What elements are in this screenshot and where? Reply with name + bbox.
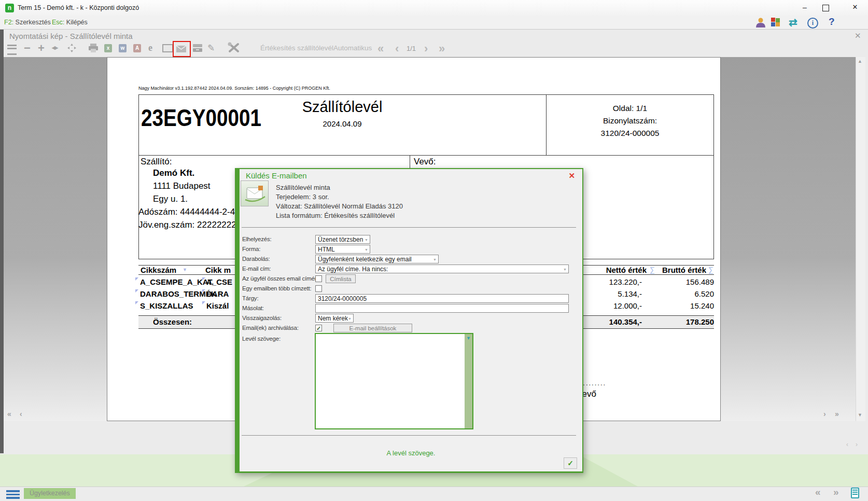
dialog-close-icon[interactable]: ✕ xyxy=(568,171,575,180)
doc-number: 3120/24-000005 xyxy=(546,129,714,138)
drilldown-marker[interactable] xyxy=(135,301,138,304)
scroll-right-last-icon[interactable]: » xyxy=(835,410,839,418)
minimize-button[interactable]: – xyxy=(796,0,813,16)
page-first-button[interactable]: « xyxy=(377,42,384,55)
scroll-down-icon[interactable]: ▼ xyxy=(858,412,862,418)
page-prev-button[interactable]: ‹ xyxy=(395,42,399,55)
format-label: Forma: xyxy=(242,244,260,254)
confirmation-select[interactable]: Nem kérek▼ xyxy=(315,314,354,323)
modules-grid-icon[interactable] xyxy=(771,18,781,27)
status-last-icon[interactable]: » xyxy=(833,486,839,498)
drilldown-marker[interactable] xyxy=(135,289,138,293)
app-icon: n xyxy=(5,4,14,12)
status-first-icon[interactable]: « xyxy=(815,486,821,498)
confirmation-label: Visszaigazolás: xyxy=(242,313,282,323)
export-word-icon[interactable]: w xyxy=(119,44,127,52)
placement-select[interactable]: Üzenet törzsben▼ xyxy=(315,235,370,244)
filter-icon[interactable]: ▼ xyxy=(183,267,187,272)
menu-bar xyxy=(0,16,868,30)
archive-label: Email(ek) archiválása: xyxy=(242,323,299,333)
subject-label: Tárgy: xyxy=(242,294,258,303)
email-dialog: Küldés E-mailben ✕ Szállítólevél minta T… xyxy=(235,168,583,473)
maximize-button[interactable] xyxy=(822,5,829,11)
send-screen-icon[interactable] xyxy=(162,44,173,52)
export-html-icon[interactable]: e xyxy=(148,43,152,53)
fit-width-icon[interactable]: ◂▸ xyxy=(52,44,58,51)
supplier-label: Szállító: xyxy=(141,157,172,167)
body-textarea-scrollstrip[interactable]: ▼ xyxy=(465,334,472,428)
email-settings-button[interactable]: E-mail beállítások xyxy=(333,324,412,332)
row-item-name: Kiszál xyxy=(206,301,229,310)
close-button[interactable]: ✕ xyxy=(846,0,864,16)
subject-input[interactable]: 3120/24-0000005 xyxy=(315,294,569,303)
taskbar-app-button[interactable]: Ügyletkezelés xyxy=(24,488,76,499)
row-gross-value: 15.240 xyxy=(610,301,714,310)
email-address-label: E-mail cím: xyxy=(242,264,271,274)
help-icon[interactable]: ? xyxy=(829,16,835,27)
panel-close-icon[interactable]: ✕ xyxy=(855,31,861,40)
all-addresses-checkbox[interactable] xyxy=(315,275,322,282)
report-settings-icon[interactable] xyxy=(227,41,241,56)
drilldown-marker[interactable] xyxy=(135,277,138,281)
copy-input[interactable] xyxy=(315,304,569,313)
panel-prev-icon[interactable]: ‹ xyxy=(846,441,848,448)
doc-page-label: Oldal: 1/1 xyxy=(546,104,714,113)
dialog-info-extent: Terjedelem: 3 sor. xyxy=(276,193,329,201)
annotation-highlight-box xyxy=(173,41,191,57)
menu-label-exit: Kilépés xyxy=(66,19,88,26)
split-label: Darabolás: xyxy=(242,254,270,264)
dialog-ok-button[interactable]: ✓ xyxy=(564,457,577,469)
page-next-button[interactable]: › xyxy=(424,42,428,55)
start-menu-icon[interactable] xyxy=(6,490,20,499)
info-icon[interactable]: i xyxy=(807,18,818,29)
archive-icon[interactable] xyxy=(192,44,203,54)
menu-item-edit[interactable]: F2: Szerkesztés xyxy=(4,16,51,29)
body-textarea[interactable]: ▼ xyxy=(315,333,473,429)
scroll-right-icon[interactable]: › xyxy=(823,410,826,418)
supplier-excise-number: Jöv.eng.szám: 22222222 xyxy=(138,220,236,230)
split-select[interactable]: Ügyfelenként keletkezik egy email▼ xyxy=(315,255,439,263)
print-icon[interactable] xyxy=(88,44,99,54)
panel-next-icon[interactable]: › xyxy=(856,441,858,448)
drilldown-marker[interactable] xyxy=(202,301,205,304)
archive-checkbox[interactable]: ✓ xyxy=(315,325,322,331)
dialog-footer-separator xyxy=(242,435,576,436)
address-list-button[interactable]: Címlista xyxy=(326,274,356,283)
drilldown-marker[interactable] xyxy=(202,289,205,293)
status-bar xyxy=(0,486,868,501)
page-last-button[interactable]: » xyxy=(439,42,445,55)
scroll-up-icon[interactable]: ▲ xyxy=(858,59,862,64)
preview-menu-icon[interactable] xyxy=(7,45,17,55)
format-select[interactable]: HTML▼ xyxy=(315,245,370,254)
menu-key-esc: Esc: xyxy=(52,19,64,26)
dialog-info-format: Lista formátum: Értékesítés szállítólevé… xyxy=(276,212,395,219)
user-icon[interactable] xyxy=(755,17,766,27)
scroll-left-first-icon[interactable]: « xyxy=(7,410,11,418)
doc-title: Szállítólevél xyxy=(138,99,546,116)
switch-icon[interactable]: ⇄ xyxy=(789,16,797,29)
zoom-out-icon[interactable]: − xyxy=(24,41,31,55)
email-address-select[interactable]: Az ügyfél címe. Ha nincs:▼ xyxy=(315,265,569,273)
scroll-left-icon[interactable]: ‹ xyxy=(20,410,22,418)
fit-page-icon[interactable] xyxy=(67,44,76,54)
zoom-in-icon[interactable]: + xyxy=(38,41,45,55)
menu-item-exit[interactable]: Esc: Kilépés xyxy=(52,16,88,29)
dialog-info-report: Szállítólevél minta xyxy=(276,184,330,191)
drilldown-marker[interactable] xyxy=(202,277,205,281)
sum-icon[interactable]: ∑ xyxy=(708,266,713,274)
dialog-info-variant: Változat: Szállítólevél Normál Eladás 31… xyxy=(276,202,403,210)
copy-label: Másolat: xyxy=(242,303,264,313)
doc-date: 2024.04.09 xyxy=(138,119,546,128)
status-document-icon[interactable] xyxy=(851,488,859,498)
row-item-name: DARA xyxy=(206,289,229,298)
menu-key-f2: F2: xyxy=(4,19,13,26)
dialog-separator xyxy=(242,227,576,228)
total-gross-value: 178.250 xyxy=(610,317,714,326)
export-pdf-icon[interactable]: A xyxy=(133,44,141,52)
vertical-scrollbar[interactable] xyxy=(856,57,865,421)
textarea-dropdown-icon[interactable]: ▼ xyxy=(466,336,471,341)
edit-report-icon[interactable]: ✎ xyxy=(207,43,215,53)
multiple-recipients-checkbox[interactable] xyxy=(315,285,322,292)
all-addresses-label: Az ügyfél összes email címére: xyxy=(242,274,321,284)
export-excel-icon[interactable]: x xyxy=(104,44,112,52)
